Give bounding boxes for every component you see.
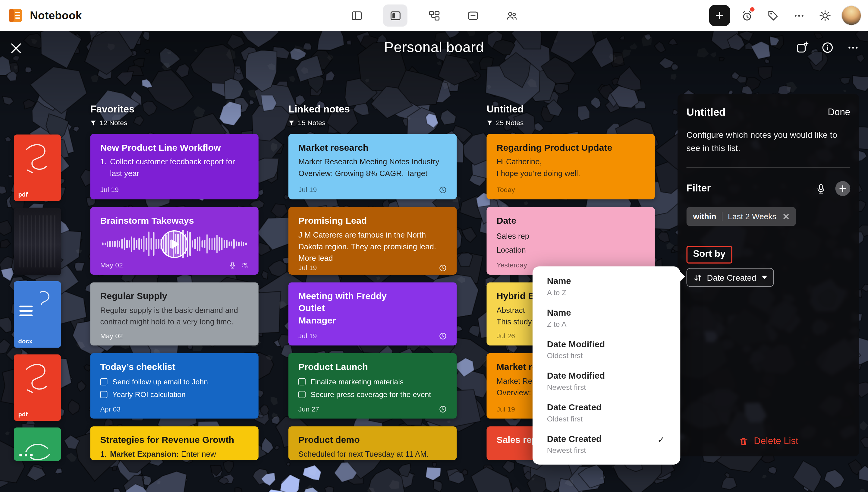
checklist-note-card[interactable]: Product Launch Finalize marketing materi… xyxy=(288,353,457,419)
note-footer: Today xyxy=(497,186,645,194)
note-card[interactable]: Date Sales rep Location Yesterday xyxy=(486,207,655,275)
user-avatar[interactable] xyxy=(841,5,861,25)
note-card[interactable]: Market research Market Research Meeting … xyxy=(288,134,457,199)
note-count: 12 Notes xyxy=(100,119,127,127)
new-note-button[interactable] xyxy=(709,5,730,26)
column-filter-count[interactable]: 25 Notes xyxy=(486,119,655,127)
checklist-item[interactable]: Secure press coverage for the event xyxy=(298,390,446,399)
view-switcher xyxy=(344,4,524,27)
filter-chip-value: Last 2 Weeks xyxy=(728,212,776,221)
flow-view-button[interactable] xyxy=(422,4,446,27)
column-title: Untitled xyxy=(486,103,655,115)
filter-funnel-icon xyxy=(486,120,492,126)
panel-description: Configure which notes you would like to … xyxy=(687,128,850,155)
pdf-thumbnail[interactable]: pdf xyxy=(14,134,61,201)
add-filter-button[interactable] xyxy=(836,181,850,196)
settings-button[interactable] xyxy=(815,6,834,25)
add-note-to-board-button[interactable] xyxy=(795,41,810,55)
audio-thumbnail[interactable] xyxy=(14,208,61,275)
note-title: Market research xyxy=(298,141,446,153)
column-filter-count[interactable]: 12 Notes xyxy=(90,119,258,127)
note-title: Strategies for Revenue Growth xyxy=(100,434,248,446)
card-view-button[interactable] xyxy=(461,4,485,27)
filter-section-header: Filter xyxy=(687,181,850,196)
note-body: Regular supply is the basic demand and c… xyxy=(100,304,248,328)
board-info-button[interactable] xyxy=(820,41,835,55)
sort-by-highlight: Sort by xyxy=(687,246,732,264)
note-card[interactable]: New Product Line Workflow 1. Collect cus… xyxy=(90,134,258,199)
done-button[interactable]: Done xyxy=(828,107,850,118)
checkbox-icon[interactable] xyxy=(100,391,107,398)
chevron-down-icon xyxy=(762,276,767,279)
checkbox-icon[interactable] xyxy=(298,378,306,385)
note-card[interactable]: Product demo Scheduled for next Tuesday … xyxy=(288,426,457,460)
pdf-thumbnail[interactable]: pdf xyxy=(14,354,61,421)
note-card[interactable]: Promising Lead J M Caterers are famous i… xyxy=(288,207,457,275)
shared-view-button[interactable] xyxy=(500,4,524,27)
notes-list: Market research Market Research Meeting … xyxy=(288,134,457,460)
check-icon: ✓ xyxy=(657,435,665,445)
app-window: Notebook xyxy=(0,0,868,492)
note-card[interactable]: Regarding Product Update Hi Catherine, I… xyxy=(486,134,655,199)
tag-icon xyxy=(766,9,779,22)
board-view-button[interactable] xyxy=(383,4,407,27)
note-count: 15 Notes xyxy=(298,119,326,127)
delete-list-button[interactable]: Delete List xyxy=(678,435,859,447)
note-body: Scheduled for next Tuesday at 11 AM. Lea… xyxy=(298,449,446,460)
sort-option-created-oldest[interactable]: Date Created Oldest first xyxy=(533,397,680,429)
sort-by-label: Sort by xyxy=(693,249,726,259)
app-brand[interactable]: Notebook xyxy=(8,0,82,31)
note-footer: May 02 xyxy=(100,262,248,269)
column-filter-count[interactable]: 15 Notes xyxy=(288,119,457,127)
checkbox-icon[interactable] xyxy=(298,391,306,398)
trash-icon xyxy=(738,436,749,446)
note-title: New Product Line Workflow xyxy=(100,141,248,153)
filter-chip-key: within xyxy=(693,212,716,221)
checklist-item[interactable]: Yearly ROI calculation xyxy=(100,390,248,399)
note-card[interactable]: Strategies for Revenue Growth 1. Market … xyxy=(90,426,258,460)
note-footer: Jul 19 xyxy=(298,332,446,340)
thumbnail-label: docx xyxy=(18,338,32,344)
app-name: Notebook xyxy=(30,9,82,22)
board-view-icon xyxy=(389,9,402,22)
voice-filter-button[interactable] xyxy=(815,183,826,194)
note-body: 1. Market Expansion: Enter new xyxy=(100,449,248,460)
card-view-icon xyxy=(466,9,479,22)
note-footer: May 02 xyxy=(100,332,248,340)
note-body: J M Caterers are famous in the North Dak… xyxy=(298,229,446,264)
checklist-item[interactable]: Send follow up email to John xyxy=(100,378,248,386)
column-linked-notes: Linked notes 15 Notes Market research Ma… xyxy=(288,103,457,468)
checklist-note-card[interactable]: Today’s checklist Send follow up email t… xyxy=(90,353,258,419)
filter-chip[interactable]: within Last 2 Weeks xyxy=(687,207,797,226)
tags-button[interactable] xyxy=(763,6,782,25)
notes-view-button[interactable] xyxy=(344,4,368,27)
note-title: Date xyxy=(497,214,645,226)
sort-option-name-az[interactable]: Name A to Z xyxy=(533,271,680,302)
add-note-icon xyxy=(795,41,809,54)
note-body: Market Research Meeting Notes Industry O… xyxy=(298,156,446,179)
more-button[interactable] xyxy=(789,6,808,25)
plus-icon xyxy=(839,185,846,192)
column-title: Favorites xyxy=(90,103,258,115)
sort-option-name-za[interactable]: Name Z to A xyxy=(533,302,680,334)
audio-note-card[interactable]: Brainstorm Takeways May 02 xyxy=(90,207,258,275)
note-footer: Apr 03 xyxy=(100,405,248,413)
sort-option-modified-newest[interactable]: Date Modified Newest first xyxy=(533,365,680,397)
sketch-thumbnail[interactable] xyxy=(14,427,61,461)
notebook-logo-icon xyxy=(8,7,24,24)
doc-doodle-icon xyxy=(18,286,57,325)
filter-label: Filter xyxy=(687,183,711,194)
sort-order-dropdown[interactable]: Date Created xyxy=(687,268,774,287)
sort-option-created-newest[interactable]: Date Created Newest first ✓ xyxy=(533,429,680,460)
sort-option-modified-oldest[interactable]: Date Modified Oldest first xyxy=(533,334,680,366)
reminders-button[interactable] xyxy=(737,6,756,25)
checkbox-icon[interactable] xyxy=(100,378,107,385)
play-button[interactable] xyxy=(161,230,188,258)
checklist-item[interactable]: Finalize marketing materials xyxy=(298,378,446,386)
board-more-button[interactable] xyxy=(846,41,860,55)
docx-thumbnail[interactable]: docx xyxy=(14,281,61,348)
note-card[interactable]: Regular Supply Regular supply is the bas… xyxy=(90,282,258,345)
note-card[interactable]: Meeting with Freddy Outlet Manager Jul 1… xyxy=(288,282,457,345)
remove-filter-button[interactable] xyxy=(783,213,790,220)
thumbnail-label: pdf xyxy=(18,191,28,198)
